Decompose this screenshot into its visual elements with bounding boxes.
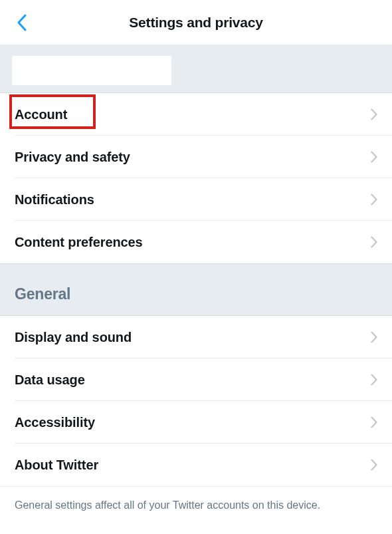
menu-item-content-preferences[interactable]: Content preferences bbox=[0, 221, 392, 263]
header: Settings and privacy bbox=[0, 0, 392, 45]
menu-item-label: Account bbox=[15, 107, 67, 122]
chevron-right-icon bbox=[371, 374, 377, 386]
section-header-title: General bbox=[15, 285, 377, 303]
menu-item-notifications[interactable]: Notifications bbox=[0, 178, 392, 221]
menu-item-label: Data usage bbox=[15, 372, 85, 388]
menu-item-label: Notifications bbox=[15, 192, 94, 207]
menu-item-label: Content preferences bbox=[15, 235, 143, 250]
chevron-left-icon bbox=[17, 14, 27, 31]
menu-item-display-and-sound[interactable]: Display and sound bbox=[0, 316, 392, 358]
section-footer-note: General settings affect all of your Twit… bbox=[0, 486, 392, 525]
back-button[interactable] bbox=[12, 13, 32, 33]
menu-item-privacy-and-safety[interactable]: Privacy and safety bbox=[0, 136, 392, 178]
menu-item-account[interactable]: Account bbox=[0, 93, 392, 136]
menu-item-about-twitter[interactable]: About Twitter bbox=[0, 444, 392, 486]
menu-section-2: Display and sound Data usage Accessibili… bbox=[0, 316, 392, 486]
chevron-right-icon bbox=[371, 331, 377, 343]
username-placeholder bbox=[12, 56, 171, 85]
menu-item-label: About Twitter bbox=[15, 458, 98, 473]
chevron-right-icon bbox=[371, 151, 377, 163]
menu-section-1: Account Privacy and safety Notifications… bbox=[0, 93, 392, 263]
chevron-right-icon bbox=[371, 194, 377, 205]
chevron-right-icon bbox=[371, 459, 377, 471]
menu-item-label: Accessibility bbox=[15, 415, 95, 430]
menu-item-accessibility[interactable]: Accessibility bbox=[0, 401, 392, 444]
menu-item-label: Display and sound bbox=[15, 330, 132, 345]
menu-item-label: Privacy and safety bbox=[15, 150, 130, 165]
chevron-right-icon bbox=[371, 108, 377, 120]
chevron-right-icon bbox=[371, 416, 377, 428]
chevron-right-icon bbox=[371, 236, 377, 248]
menu-item-data-usage[interactable]: Data usage bbox=[0, 358, 392, 401]
page-title: Settings and privacy bbox=[0, 15, 392, 31]
section-header-general: General bbox=[0, 263, 392, 316]
